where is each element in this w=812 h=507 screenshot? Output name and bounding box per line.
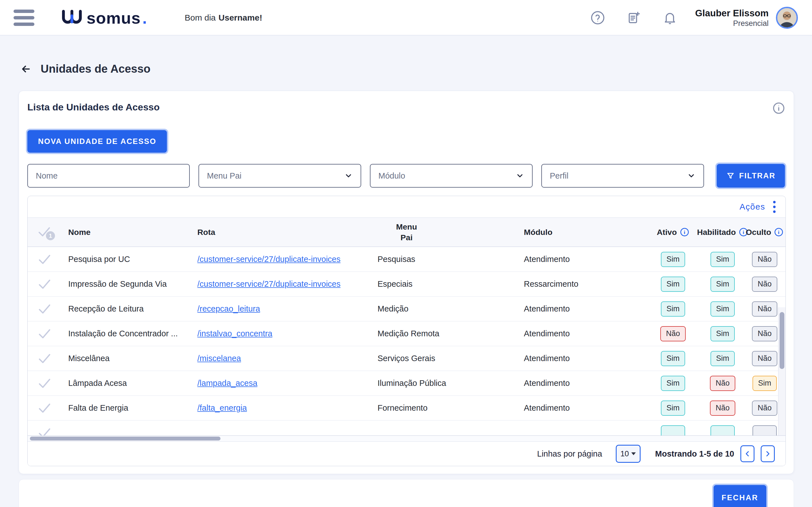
- row-check-icon[interactable]: [38, 303, 51, 315]
- active-badge: Sim: [661, 376, 686, 391]
- caret-down-icon: [631, 452, 636, 455]
- cell-module: Atendimento: [518, 354, 645, 363]
- column-header-enabled[interactable]: Habilitado: [697, 228, 736, 237]
- cell-parent-menu: Medição: [371, 304, 518, 314]
- hamburger-menu-icon[interactable]: [13, 10, 35, 26]
- name-filter-input[interactable]: [36, 171, 181, 180]
- cell-route-link[interactable]: /customer-service/27/duplicate-invoices: [197, 279, 341, 288]
- table-row: Falta de Energia /falta_energia Fornecim…: [28, 395, 785, 420]
- cell-name: Pesquisa por UC: [61, 255, 197, 264]
- user-status: Presencial: [695, 19, 769, 29]
- horizontal-scrollbar-thumb[interactable]: [30, 437, 220, 441]
- chevron-down-icon: [344, 172, 353, 180]
- profile-select-label: Perfil: [550, 171, 568, 180]
- profile-select[interactable]: Perfil: [541, 164, 704, 187]
- column-header-parent-menu[interactable]: Menu Pai: [393, 221, 420, 243]
- back-arrow-icon[interactable]: [19, 63, 33, 75]
- column-header-name[interactable]: Nome: [61, 228, 197, 237]
- select-all-check-icon[interactable]: 1: [38, 226, 52, 238]
- table-row: Impressão de Segunda Via /customer-servi…: [28, 272, 785, 296]
- row-check-icon[interactable]: [38, 254, 51, 265]
- avatar[interactable]: [776, 7, 798, 29]
- logo-dot: .: [142, 8, 147, 27]
- new-access-unit-button[interactable]: NOVA UNIDADE DE ACESSO: [28, 130, 167, 153]
- filter-button-label: FILTRAR: [739, 172, 776, 180]
- filter-button[interactable]: FILTRAR: [717, 164, 785, 187]
- info-icon[interactable]: [680, 227, 689, 237]
- table-row: Pesquisa por UC /customer-service/27/dup…: [28, 247, 785, 272]
- hidden-badge: Não: [752, 301, 777, 317]
- table-actions-bar: Ações: [28, 196, 785, 217]
- vertical-scrollbar-thumb[interactable]: [779, 312, 784, 369]
- greeting-text: Bom dia Username!: [185, 0, 262, 36]
- enabled-badge: [711, 425, 735, 436]
- note-add-icon[interactable]: [626, 10, 642, 25]
- greeting-prefix: Bom dia: [185, 13, 216, 22]
- row-check-icon[interactable]: [38, 378, 51, 389]
- close-button[interactable]: FECHAR: [714, 485, 766, 507]
- kebab-menu-icon[interactable]: [768, 200, 780, 214]
- page-header: Unidades de Acesso: [19, 62, 151, 75]
- column-header-hidden[interactable]: Oculto: [746, 228, 771, 237]
- enabled-badge: Sim: [711, 326, 735, 341]
- cell-module: Atendimento: [518, 329, 645, 338]
- cell-route-link[interactable]: /lampada_acesa: [197, 379, 257, 388]
- rows-per-page-label: Linhas por página: [537, 449, 602, 459]
- row-check-icon[interactable]: [38, 353, 51, 364]
- showing-range-text: Mostrando 1-5 de 10: [655, 449, 734, 459]
- cell-route-link[interactable]: /customer-service/27/duplicate-invoices: [197, 255, 341, 264]
- chevron-right-icon: [764, 450, 771, 458]
- chevron-down-icon: [516, 172, 524, 180]
- chevron-left-icon: [744, 450, 751, 458]
- cell-route-link[interactable]: /recepcao_leitura: [197, 304, 260, 313]
- help-icon[interactable]: [590, 10, 606, 25]
- filters-row: Menu Pai Módulo Perfil FILTRAR: [28, 164, 785, 187]
- filter-funnel-icon: [726, 172, 735, 180]
- actions-menu-label[interactable]: Ações: [740, 202, 765, 212]
- cell-parent-menu: Especiais: [371, 279, 518, 289]
- enabled-badge: Sim: [711, 252, 735, 267]
- column-header-module[interactable]: Módulo: [518, 228, 645, 237]
- previous-page-button[interactable]: [741, 445, 755, 462]
- enabled-badge: Não: [710, 400, 735, 416]
- module-select-label: Módulo: [378, 171, 405, 180]
- bell-icon[interactable]: [662, 10, 678, 25]
- row-check-icon[interactable]: [38, 328, 51, 339]
- cell-parent-menu: Serviços Gerais: [371, 354, 518, 363]
- access-units-table: Ações 1 Nome Rota Menu Pai Módulo Ativo: [28, 196, 786, 466]
- vertical-scrollbar: [778, 307, 785, 436]
- info-icon[interactable]: [772, 102, 785, 115]
- selection-count-badge: 1: [46, 231, 55, 240]
- cell-parent-menu: Pesquisas: [371, 255, 518, 264]
- cell-name: Impressão de Segunda Via: [61, 279, 197, 289]
- active-badge: [661, 425, 685, 436]
- enabled-badge: Sim: [711, 301, 735, 317]
- cell-route-link[interactable]: /miscelanea: [197, 354, 241, 363]
- logo[interactable]: somus .: [61, 0, 147, 36]
- column-header-active[interactable]: Ativo: [657, 228, 677, 237]
- cell-route-link[interactable]: /instalvao_concentra: [197, 329, 272, 338]
- column-header-route[interactable]: Rota: [197, 228, 371, 237]
- cell-parent-menu: Iluminação Pública: [371, 379, 518, 388]
- logo-text: somus: [87, 8, 141, 27]
- name-filter-field: [28, 164, 190, 187]
- table-header-row: 1 Nome Rota Menu Pai Módulo Ativo Habili…: [28, 217, 785, 247]
- row-check-icon[interactable]: [38, 402, 51, 414]
- parent-menu-select[interactable]: Menu Pai: [199, 164, 361, 187]
- row-check-icon[interactable]: [38, 279, 51, 290]
- hidden-badge: Sim: [753, 376, 777, 391]
- cell-parent-menu: Medição Remota: [371, 329, 518, 338]
- module-select[interactable]: Módulo: [370, 164, 532, 187]
- hidden-badge: Não: [752, 252, 777, 267]
- active-badge: Sim: [661, 400, 686, 416]
- cell-module: Atendimento: [518, 304, 645, 314]
- enabled-badge: Não: [710, 376, 735, 391]
- active-badge: Sim: [661, 301, 686, 317]
- row-check-icon: [38, 427, 51, 436]
- user-info[interactable]: Glauber Elissom Presencial: [695, 7, 769, 29]
- enabled-badge: Sim: [711, 351, 735, 366]
- next-page-button[interactable]: [761, 445, 775, 462]
- info-icon[interactable]: [774, 227, 783, 237]
- rows-per-page-select[interactable]: 10: [616, 445, 641, 463]
- cell-route-link[interactable]: /falta_energia: [197, 403, 247, 412]
